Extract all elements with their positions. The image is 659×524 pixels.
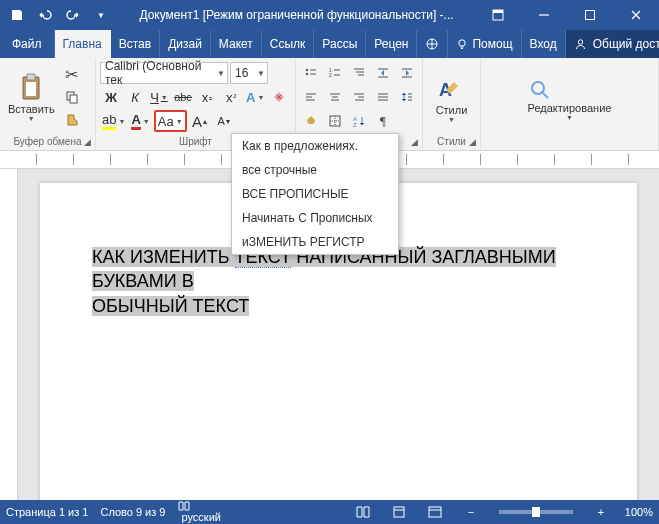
save-button[interactable] (4, 2, 30, 28)
svg-rect-11 (26, 82, 36, 96)
minimize-button[interactable] (521, 0, 567, 30)
align-right-button[interactable] (348, 86, 370, 108)
book-icon (178, 501, 221, 511)
text-effects-button[interactable]: A▼ (244, 86, 266, 108)
cut-button[interactable]: ✂ (61, 64, 83, 84)
zoom-slider[interactable] (499, 510, 573, 514)
selected-text-line2[interactable]: ОБЫЧНЫЙ ТЕКСТ (92, 296, 249, 316)
tab-review[interactable]: Рецен (366, 30, 417, 58)
clear-format-button[interactable] (268, 86, 290, 108)
svg-rect-13 (70, 95, 77, 103)
paste-button[interactable]: Вставить ▼ (4, 60, 59, 134)
svg-point-14 (306, 69, 308, 71)
quick-access-toolbar: ▼ (0, 2, 118, 28)
group-editing: Редактирование ▼ (481, 58, 659, 150)
align-left-button[interactable] (300, 86, 322, 108)
italic-button[interactable]: К (124, 86, 146, 108)
styles-icon: A (436, 76, 468, 104)
svg-point-50 (532, 82, 544, 94)
lightbulb-icon (456, 38, 468, 50)
strikethrough-button[interactable]: abc (172, 86, 194, 108)
svg-rect-1 (493, 10, 503, 13)
chevron-down-icon: ▼ (257, 69, 265, 78)
zoom-in-button[interactable]: + (589, 502, 613, 522)
tab-mailings[interactable]: Рассы (314, 30, 366, 58)
tab-layout[interactable]: Макет (211, 30, 262, 58)
search-icon (528, 78, 612, 102)
signin-button[interactable]: Вход (522, 30, 566, 58)
decrease-indent-button[interactable] (372, 62, 394, 84)
view-web-button[interactable] (423, 502, 447, 522)
shading-button[interactable] (300, 110, 322, 132)
bold-button[interactable]: Ж (100, 86, 122, 108)
shrink-font-button[interactable]: A▾ (213, 110, 235, 132)
bullets-button[interactable] (300, 62, 322, 84)
copy-button[interactable] (61, 87, 83, 107)
styles-button[interactable]: A Стили ▼ (436, 76, 468, 123)
sort-button[interactable]: AZ (348, 110, 370, 132)
format-painter-button[interactable] (61, 110, 83, 130)
paragraph-launcher[interactable]: ◢ (408, 136, 420, 148)
increase-indent-button[interactable] (396, 62, 418, 84)
svg-point-5 (459, 40, 465, 46)
view-print-button[interactable] (387, 502, 411, 522)
svg-text:2: 2 (329, 72, 332, 78)
redo-button[interactable] (60, 2, 86, 28)
grow-font-button[interactable]: A▴ (189, 110, 211, 132)
group-styles: A Стили ▼ Стили ◢ (423, 58, 481, 150)
status-words[interactable]: Слово 9 из 9 (100, 506, 165, 518)
tab-insert[interactable]: Встав (111, 30, 160, 58)
zoom-level[interactable]: 100% (625, 506, 653, 518)
font-name-combo[interactable]: Calibri (Основной тек▼ (100, 62, 228, 84)
scissors-icon: ✂ (65, 65, 78, 84)
show-marks-button[interactable]: ¶ (372, 110, 394, 132)
styles-launcher[interactable]: ◢ (466, 136, 478, 148)
superscript-button[interactable]: x² (220, 86, 242, 108)
numbering-button[interactable]: 12 (324, 62, 346, 84)
tab-file[interactable]: Файл (0, 30, 55, 58)
titlebar: ▼ Документ1 [Режим ограниченной функцион… (0, 0, 659, 30)
font-color-button[interactable]: A▼ (129, 110, 151, 132)
line-spacing-button[interactable] (396, 86, 418, 108)
share-button[interactable]: Общий доступ (566, 30, 659, 58)
highlight-button[interactable]: ab▼ (100, 110, 127, 132)
tab-design[interactable]: Дизай (160, 30, 211, 58)
font-size-combo[interactable]: 16▼ (230, 62, 268, 84)
paste-label: Вставить (8, 103, 55, 115)
case-uppercase[interactable]: ВСЕ ПРОПИСНЫЕ (232, 182, 398, 206)
ruler-vertical[interactable] (0, 169, 18, 500)
case-capitalize[interactable]: Начинать С Прописных (232, 206, 398, 230)
svg-text:Z: Z (353, 122, 357, 128)
borders-button[interactable] (324, 110, 346, 132)
justify-button[interactable] (372, 86, 394, 108)
svg-rect-52 (394, 507, 404, 517)
clipboard-launcher[interactable]: ◢ (81, 136, 93, 148)
status-page[interactable]: Страница 1 из 1 (6, 506, 88, 518)
multilevel-button[interactable] (348, 62, 370, 84)
window-title: Документ1 [Режим ограниченной функционал… (118, 8, 475, 22)
share-icon (574, 38, 587, 51)
close-button[interactable] (613, 0, 659, 30)
undo-button[interactable] (32, 2, 58, 28)
editing-button[interactable]: Редактирование ▼ (528, 78, 612, 121)
align-center-button[interactable] (324, 86, 346, 108)
underline-button[interactable]: Ч▼ (148, 86, 170, 108)
change-case-button[interactable]: Aa▼ (154, 110, 187, 132)
zoom-out-button[interactable]: − (459, 502, 483, 522)
tab-view[interactable] (417, 30, 448, 58)
window-controls (475, 0, 659, 30)
case-toggle[interactable]: иЗМЕНИТЬ РЕГИСТР (232, 230, 398, 254)
qat-customize[interactable]: ▼ (88, 2, 114, 28)
view-read-button[interactable] (351, 502, 375, 522)
status-language[interactable]: русский (178, 501, 221, 523)
statusbar: Страница 1 из 1 Слово 9 из 9 русский − +… (0, 500, 659, 524)
maximize-button[interactable] (567, 0, 613, 30)
group-clipboard-label: Буфер обмена (4, 134, 91, 150)
ribbon-options-button[interactable] (475, 0, 521, 30)
case-sentence[interactable]: Как в предложениях. (232, 134, 398, 158)
tab-references[interactable]: Ссылк (262, 30, 315, 58)
subscript-button[interactable]: x₂ (196, 86, 218, 108)
tab-home[interactable]: Главна (55, 30, 111, 58)
help-button[interactable]: Помощ (448, 30, 521, 58)
case-lowercase[interactable]: все строчные (232, 158, 398, 182)
